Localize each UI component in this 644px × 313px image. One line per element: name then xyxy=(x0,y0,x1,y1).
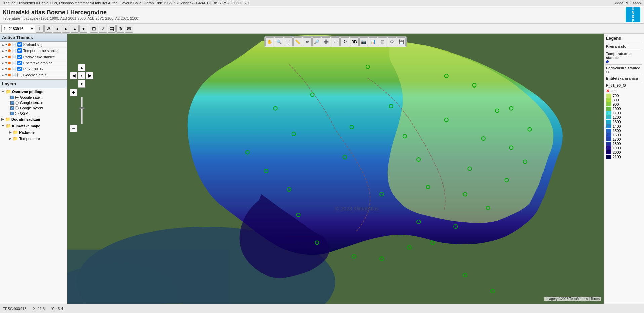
layer-group-klimatske-label: Klimatske mape xyxy=(12,124,40,128)
theme-checkbox-padav[interactable] xyxy=(17,55,22,59)
legend-layer-entitet: Entitetska granica xyxy=(606,76,642,80)
pan-up-button[interactable]: ▴ xyxy=(71,25,79,33)
theme-label-temp: Temperaturne stanice xyxy=(23,49,59,53)
legend-item-1900: 1900 xyxy=(606,146,642,150)
info-button[interactable]: ℹ xyxy=(36,25,44,33)
theme-item-p61[interactable]: ▲ ▼ 📄 P_61_90_G xyxy=(0,66,67,72)
refresh-button[interactable]: ↺ xyxy=(44,25,52,33)
theme-checkbox-entitet[interactable] xyxy=(17,61,22,65)
map-tool-pan[interactable]: ✋ xyxy=(265,37,274,46)
legend-panel: Legend Kreirani sloj Temperaturne stanic… xyxy=(604,34,644,304)
map-tool-rotate[interactable]: ↻ xyxy=(340,37,349,46)
label-google-satelit: Google satelit xyxy=(20,95,42,99)
layers-header: Layers xyxy=(0,79,67,88)
scale-select[interactable]: 1 : 2183916 1 : 1000000 1 : 500000 xyxy=(1,25,35,32)
layer-item-google-terrain[interactable]: ✓ Google terrain xyxy=(0,100,67,105)
map-tool-grid[interactable]: ⊞ xyxy=(378,37,387,46)
layer-group-klimatske-header[interactable]: ▼ 📁 Klimatske mape xyxy=(0,123,67,129)
map-nav: ▲ ◀ ● ▶ ▼ + − xyxy=(70,64,93,132)
toolbar: 1 : 2183916 1 : 1000000 1 : 500000 ℹ ↺ ◂… xyxy=(0,24,644,34)
layer-group-dodatni-header[interactable]: ▶ 📁 Dodatni sadržaji xyxy=(0,116,67,123)
layer-item-padavine[interactable]: ▶ 📁 Padavine xyxy=(0,129,67,135)
legend-dot-padav xyxy=(606,71,609,73)
theme-checkbox-temp[interactable] xyxy=(17,48,22,53)
map-container[interactable]: ✋ 🔍 ⬚ 📏 ✏ 🔎 ➕ ↔ ↻ 3D 📷 📊 ⊞ ⚙ 💾 ▲ xyxy=(67,34,604,304)
map-tool-3d[interactable]: 3D xyxy=(350,37,359,46)
nav-down-button[interactable]: ▼ xyxy=(78,80,85,88)
theme-checkbox-p61[interactable] xyxy=(17,67,22,71)
zoom-in-button[interactable]: + xyxy=(70,89,77,96)
layer-item-temperature[interactable]: ▶ 📁 Temperature xyxy=(0,135,67,142)
zoom-extent-button[interactable]: ⤢ xyxy=(99,25,107,33)
theme-checkbox-google-sat[interactable] xyxy=(17,73,22,77)
map-tool-move[interactable]: ↔ xyxy=(331,37,340,46)
theme-item-padav[interactable]: ▲ ▼ 📄 Padavinske stanice xyxy=(0,54,67,60)
radio-google-hybrid[interactable] xyxy=(15,106,19,110)
legend-value-1800: 1800 xyxy=(613,142,621,146)
check-google-terrain[interactable]: ✓ xyxy=(10,101,14,105)
nav-up-button[interactable]: ▲ xyxy=(78,64,85,71)
theme-item-kreirani[interactable]: ▲ ▼ 📄 Kreirani sloj xyxy=(0,42,67,48)
expand-icon-klimatske: ▼ xyxy=(1,124,5,128)
check-google-hybrid[interactable]: ✓ xyxy=(10,106,14,110)
layer-group-klimatske: ▼ 📁 Klimatske mape ▶ 📁 Padavine ▶ 📁 Temp… xyxy=(0,123,67,142)
folder-icon-padavine: 📁 xyxy=(13,130,18,135)
active-themes-header: Active Themes xyxy=(0,34,67,42)
layer-item-osm[interactable]: ✓ OSM xyxy=(0,111,67,116)
map-tool-select[interactable]: ⬚ xyxy=(284,37,293,46)
map-tool-edit[interactable]: ✏ xyxy=(303,37,312,46)
legend-value-2100: 2100 xyxy=(613,155,621,159)
theme-checkbox-kreirani[interactable] xyxy=(17,42,22,47)
legend-dot-temp xyxy=(606,60,609,63)
pan-down-button[interactable]: ▾ xyxy=(79,25,87,33)
legend-color-1300 xyxy=(606,120,611,124)
legend-layer-p61: P_61_90_G xyxy=(606,83,642,88)
legend-color-1800 xyxy=(606,142,611,146)
nav-right-button[interactable]: ▶ xyxy=(86,72,93,79)
zoom-slider[interactable] xyxy=(81,97,83,124)
map-tool-export[interactable]: 💾 xyxy=(397,37,406,46)
map-tool-measure[interactable]: 📏 xyxy=(293,37,302,46)
check-google-satelit[interactable]: ✓ xyxy=(10,96,14,99)
nav-left-button[interactable]: ◀ xyxy=(70,72,77,79)
legend-color-1700 xyxy=(606,137,611,141)
map-tool-add[interactable]: ➕ xyxy=(322,37,330,46)
theme-item-entitet[interactable]: ▲ ▼ 📄 Entitetska granica xyxy=(0,60,67,66)
check-osm[interactable]: ✓ xyxy=(10,112,14,115)
map-tool-zoom-in[interactable]: 🔎 xyxy=(312,37,321,46)
radio-google-satelit[interactable] xyxy=(15,96,19,99)
map-tool-identify[interactable]: 🔍 xyxy=(275,37,283,46)
radio-google-terrain[interactable] xyxy=(15,101,19,105)
legend-value-900: 900 xyxy=(613,102,619,106)
legend-item-1500: 1500 xyxy=(606,129,642,133)
nav-center-button[interactable]: ● xyxy=(78,72,85,79)
zoom-out-button[interactable]: − xyxy=(70,125,77,132)
layer-item-google-satelit[interactable]: ✓ Google satelit xyxy=(0,95,67,100)
legend-item-1400: 1400 xyxy=(606,124,642,128)
undp-logo: UNDP xyxy=(625,6,641,23)
legend-item-1200: 1200 xyxy=(606,115,642,119)
print-button[interactable]: ✉ xyxy=(125,25,133,33)
map-tool-chart[interactable]: 📊 xyxy=(369,37,377,46)
legend-value-800: 800 xyxy=(613,98,619,102)
layers-button[interactable]: ▤ xyxy=(108,25,116,33)
expand-icon-dodatni: ▶ xyxy=(1,117,4,121)
map-tool-settings[interactable]: ⚙ xyxy=(388,37,396,46)
full-extent-button[interactable]: ⊞ xyxy=(90,25,98,33)
theme-item-google-sat[interactable]: ▲ ▼ 📄 Google Satelit xyxy=(0,72,67,78)
layer-item-google-hybrid[interactable]: ✓ Google hybrid xyxy=(0,105,67,111)
map-tool-camera[interactable]: 📷 xyxy=(359,37,368,46)
radio-osm[interactable] xyxy=(15,112,19,115)
legend-layer-temp: Temperaturne stanice xyxy=(606,51,642,60)
x-coord-label: X: 21.3 xyxy=(33,307,45,311)
legend-divider-2 xyxy=(606,50,642,50)
zoom-handle[interactable] xyxy=(79,107,85,109)
map-svg: Google © 2023 KlimatAtlas Imagery ©2023 … xyxy=(67,34,604,304)
add-layer-button[interactable]: ⊕ xyxy=(116,25,124,33)
theme-item-temp[interactable]: ▲ ▼ 📄 Temperaturne stanice xyxy=(0,48,67,54)
legend-color-1100 xyxy=(606,111,611,115)
pan-left-button[interactable]: ◂ xyxy=(53,25,61,33)
pan-right-button[interactable]: ▸ xyxy=(62,25,70,33)
layer-group-osnovne-header[interactable]: ▼ 📁 Osnovne podloge xyxy=(0,88,67,95)
legend-value-1000: 1000 xyxy=(613,107,621,111)
